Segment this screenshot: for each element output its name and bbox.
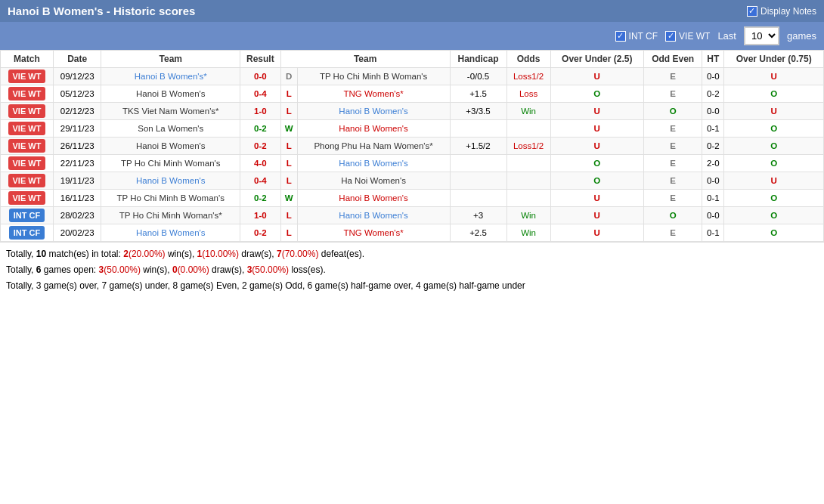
odds-cell: Win xyxy=(506,224,550,242)
int-cf-filter[interactable]: ✓ INT CF xyxy=(615,31,658,42)
team2-cell: Hanoi B Women's xyxy=(297,120,450,138)
header: Hanoi B Women's - Historic scores ✓ Disp… xyxy=(0,0,824,22)
outcome-cell: L xyxy=(280,103,297,120)
oe-cell: E xyxy=(643,155,702,172)
date-cell: 29/11/23 xyxy=(53,120,101,138)
team1-cell: Hanoi B Women's* xyxy=(101,68,240,85)
table-row: VIE WT 16/11/23 TP Ho Chi Minh B Woman's… xyxy=(1,190,824,207)
handicap-cell: +3/3.5 xyxy=(450,103,506,120)
odds-cell xyxy=(506,120,550,138)
team2-cell: Hanoi B Women's xyxy=(297,103,450,120)
filters-bar: ✓ INT CF ✓ VIE WT Last 10 5 15 20 25 30 … xyxy=(0,22,824,50)
ht-cell: 0-1 xyxy=(702,120,724,138)
team2-cell: TNG Women's* xyxy=(297,224,450,242)
date-cell: 28/02/23 xyxy=(53,207,101,224)
page-title: Hanoi B Women's - Historic scores xyxy=(8,5,195,17)
display-notes-checkbox-label[interactable]: ✓ Display Notes xyxy=(747,6,816,17)
ou075-cell: O xyxy=(724,207,824,224)
handicap-cell xyxy=(450,172,506,190)
match-badge: VIE WT xyxy=(8,191,46,205)
odds-cell xyxy=(506,190,550,207)
ht-cell: 0-1 xyxy=(702,190,724,207)
games-label: games xyxy=(787,30,816,42)
match-badge-cell: VIE WT xyxy=(1,103,54,120)
last-label: Last xyxy=(717,30,736,42)
score-cell: 1-0 xyxy=(240,207,281,224)
ou075-cell: O xyxy=(724,224,824,242)
ou075-cell: U xyxy=(724,103,824,120)
int-cf-label: INT CF xyxy=(629,31,658,42)
match-badge-cell: VIE WT xyxy=(1,138,54,155)
vie-wt-filter[interactable]: ✓ VIE WT xyxy=(665,31,710,42)
ou075-cell: O xyxy=(724,155,824,172)
col-team2: Team xyxy=(280,51,450,68)
team1-cell: Hanoi B Women's xyxy=(101,85,240,103)
ht-cell: 0-1 xyxy=(702,224,724,242)
ou075-cell: U xyxy=(724,68,824,85)
display-notes-checkbox[interactable]: ✓ xyxy=(747,6,757,17)
team1-cell: Hanoi B Women's xyxy=(101,224,240,242)
outcome-cell: L xyxy=(280,85,297,103)
date-cell: 19/11/23 xyxy=(53,172,101,190)
date-cell: 20/02/23 xyxy=(53,224,101,242)
table-header-row: Match Date Team Result Team Handicap Odd… xyxy=(1,51,824,68)
oe-cell: E xyxy=(643,68,702,85)
outcome-cell: L xyxy=(280,207,297,224)
odds-cell: Win xyxy=(506,103,550,120)
ou25-cell: U xyxy=(550,138,643,155)
oe-cell: E xyxy=(643,85,702,103)
date-cell: 26/11/23 xyxy=(53,138,101,155)
team1-cell: Hanoi B Women's xyxy=(101,138,240,155)
match-badge: VIE WT xyxy=(8,139,46,153)
team1-cell: TP Ho Chi Minh Woman's xyxy=(101,155,240,172)
table-row: VIE WT 26/11/23 Hanoi B Women's 0-2 L Ph… xyxy=(1,138,824,155)
ou075-cell: O xyxy=(724,190,824,207)
int-cf-checkbox[interactable]: ✓ xyxy=(615,31,626,42)
footer-line2: Totally, 6 games open: 3(50.00%) win(s),… xyxy=(6,263,818,277)
team1-cell: TP Ho Chi Minh Woman's* xyxy=(101,207,240,224)
table-row: INT CF 28/02/23 TP Ho Chi Minh Woman's* … xyxy=(1,207,824,224)
ou25-cell: U xyxy=(550,207,643,224)
team2-cell: Phong Phu Ha Nam Women's* xyxy=(297,138,450,155)
col-ht: HT xyxy=(702,51,724,68)
score-cell: 4-0 xyxy=(240,155,281,172)
score-cell: 0-4 xyxy=(240,172,281,190)
vie-wt-checkbox[interactable]: ✓ xyxy=(665,31,676,42)
odds-cell: Loss xyxy=(506,85,550,103)
oe-cell: O xyxy=(643,103,702,120)
col-over-under-075: Over Under (0.75) xyxy=(724,51,824,68)
table-row: VIE WT 29/11/23 Son La Women's 0-2 W Han… xyxy=(1,120,824,138)
footer-line1: Totally, 10 match(es) in total: 2(20.00%… xyxy=(6,247,818,261)
team1-cell: TKS Viet Nam Women's* xyxy=(101,103,240,120)
date-cell: 16/11/23 xyxy=(53,190,101,207)
handicap-cell: +1.5 xyxy=(450,85,506,103)
team2-cell: Hanoi B Women's xyxy=(297,190,450,207)
odds-cell: Win xyxy=(506,207,550,224)
score-cell: 0-2 xyxy=(240,190,281,207)
team2-cell: Hanoi B Women's xyxy=(297,207,450,224)
handicap-cell: -0/0.5 xyxy=(450,68,506,85)
scores-table: Match Date Team Result Team Handicap Odd… xyxy=(0,50,824,242)
vie-wt-label: VIE WT xyxy=(679,31,710,42)
score-cell: 0-2 xyxy=(240,138,281,155)
oe-cell: E xyxy=(643,138,702,155)
handicap-cell xyxy=(450,155,506,172)
table-row: VIE WT 22/11/23 TP Ho Chi Minh Woman's 4… xyxy=(1,155,824,172)
ou25-cell: U xyxy=(550,120,643,138)
outcome-cell: W xyxy=(280,190,297,207)
ht-cell: 0-0 xyxy=(702,207,724,224)
ht-cell: 0-2 xyxy=(702,138,724,155)
outcome-cell: L xyxy=(280,155,297,172)
odds-cell: Loss1/2 xyxy=(506,138,550,155)
col-handicap: Handicap xyxy=(450,51,506,68)
ht-cell: 0-0 xyxy=(702,68,724,85)
outcome-cell: L xyxy=(280,138,297,155)
match-badge: VIE WT xyxy=(8,156,46,170)
games-select[interactable]: 10 5 15 20 25 30 xyxy=(744,26,779,45)
col-odds: Odds xyxy=(506,51,550,68)
match-badge-cell: VIE WT xyxy=(1,172,54,190)
table-row: INT CF 20/02/23 Hanoi B Women's 0-2 L TN… xyxy=(1,224,824,242)
handicap-cell xyxy=(450,190,506,207)
ou075-cell: O xyxy=(724,85,824,103)
ou075-cell: U xyxy=(724,172,824,190)
